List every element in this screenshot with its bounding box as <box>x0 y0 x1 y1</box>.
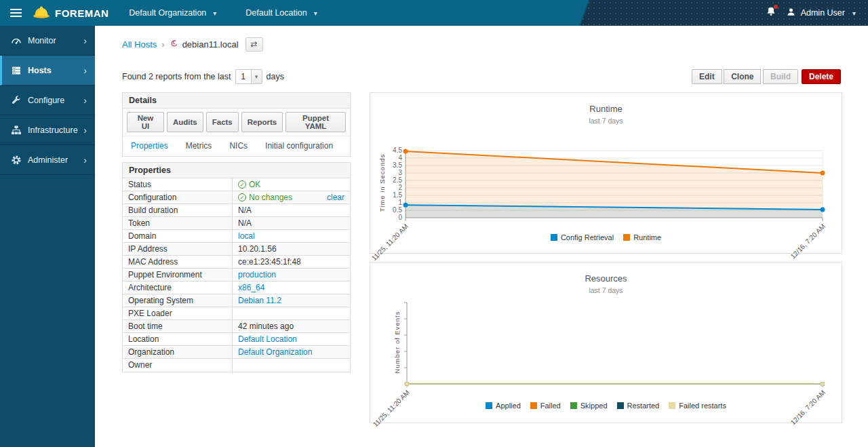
host-name: debian11.local <box>182 39 239 50</box>
breadcrumb-current-host: debian11.local <box>170 39 239 50</box>
table-row: Puppet Environmentproduction <box>123 269 350 281</box>
location-selector[interactable]: Default Location ▾ <box>245 8 359 18</box>
days-select[interactable]: 1 ▾ <box>235 69 262 84</box>
property-label: Operating System <box>123 294 233 307</box>
days-text: days <box>267 72 284 81</box>
edit-button[interactable]: Edit <box>692 69 722 84</box>
sidebar-item-configure[interactable]: Configure› <box>0 85 95 115</box>
legend-label: Restarted <box>627 402 660 410</box>
breadcrumb-all-hosts-link[interactable]: All Hosts <box>122 39 157 50</box>
property-value <box>233 359 350 372</box>
svg-text:0: 0 <box>398 214 402 221</box>
sidebar-item-administer[interactable]: Administer› <box>0 145 95 175</box>
value-text: N/A <box>238 206 252 215</box>
property-label: Owner <box>123 359 233 372</box>
tab-nics[interactable]: NICs <box>229 141 248 151</box>
host-switcher-icon[interactable]: ⇄ <box>245 37 263 52</box>
organization-link[interactable]: Default Organization <box>238 347 312 357</box>
new-ui-button[interactable]: New UI <box>127 112 164 132</box>
puppet-yaml-button[interactable]: Puppet YAML <box>285 112 346 132</box>
legend-swatch <box>530 402 537 409</box>
user-menu[interactable]: Admin User ▾ <box>786 7 856 19</box>
table-row: Domainlocal <box>123 230 350 243</box>
days-select-value: 1 <box>236 70 251 83</box>
bell-icon <box>766 7 776 19</box>
svg-text:2.5: 2.5 <box>393 176 402 184</box>
tab-properties[interactable]: Properties <box>131 141 168 151</box>
clone-button[interactable]: Clone <box>724 69 761 84</box>
property-label: Architecture <box>123 281 233 294</box>
property-value <box>233 307 350 319</box>
ok-check-icon: ✓ <box>238 180 246 189</box>
user-name: Admin User <box>801 8 845 18</box>
organization-selector-label: Default Organization <box>129 8 206 18</box>
hamburger-icon[interactable] <box>0 9 27 17</box>
svg-text:2: 2 <box>398 184 402 191</box>
svg-text:3: 3 <box>398 169 402 176</box>
property-label: IP Address <box>123 243 233 255</box>
table-row: TokenN/A <box>123 217 350 230</box>
status-text: OK <box>249 180 260 189</box>
svg-text:0.5: 0.5 <box>393 206 402 214</box>
property-label: Configuration <box>123 191 233 203</box>
property-value: N/A <box>233 217 350 229</box>
location-link[interactable]: Default Location <box>238 334 297 344</box>
property-label: Domain <box>123 230 233 242</box>
legend-item-config-retrieval[interactable]: Config Retrieval <box>551 233 614 241</box>
chevron-right-icon: › <box>83 95 87 106</box>
chevron-right-icon: › <box>83 65 87 76</box>
legend-swatch <box>669 402 675 409</box>
chevron-right-icon: › <box>83 35 87 46</box>
sidebar-item-infrastructure[interactable]: Infrastructure› <box>0 115 95 145</box>
organization-selector[interactable]: Default Organization ▾ <box>129 8 245 18</box>
legend-item-restarted[interactable]: Restarted <box>617 402 660 410</box>
property-label: Build duration <box>123 204 233 216</box>
sidebar-item-hosts[interactable]: Hosts› <box>0 56 95 85</box>
property-label: PXE Loader <box>123 307 233 319</box>
reports-button[interactable]: Reports <box>241 112 283 132</box>
legend-item-failed-restarts[interactable]: Failed restarts <box>669 402 726 410</box>
facts-button[interactable]: Facts <box>206 112 239 132</box>
sidebar-item-monitor[interactable]: Monitor› <box>0 26 95 56</box>
chevron-right-icon: › <box>83 155 87 166</box>
foreman-brand[interactable]: FOREMAN <box>33 5 108 21</box>
puppet-environment-link[interactable]: production <box>238 270 276 279</box>
host-actions: Edit Clone Build Delete <box>692 69 841 84</box>
clear-link[interactable]: clear <box>327 193 344 202</box>
build-button: Build <box>763 69 798 84</box>
caret-down-icon: ▾ <box>251 70 262 83</box>
operating-system-link[interactable]: Debian 11.2 <box>238 296 281 305</box>
caret-down-icon: ▾ <box>314 9 317 17</box>
details-panel-title: Details <box>123 93 350 109</box>
chevron-right-icon: › <box>83 125 87 136</box>
delete-button[interactable]: Delete <box>802 69 841 84</box>
tab-initial-configuration[interactable]: Initial configuration <box>265 141 333 151</box>
svg-text:1: 1 <box>398 199 402 206</box>
legend-swatch <box>623 234 630 241</box>
legend-item-applied[interactable]: Applied <box>486 402 521 410</box>
property-value: N/A <box>233 204 350 216</box>
audits-button[interactable]: Audits <box>167 112 203 132</box>
architecture-link[interactable]: x86_64 <box>238 283 264 292</box>
debian-icon <box>170 39 179 50</box>
property-value: ✓No changesclear <box>233 191 350 203</box>
table-row: Operating SystemDebian 11.2 <box>123 294 350 307</box>
property-value: production <box>233 269 350 281</box>
notifications-button[interactable] <box>766 6 776 20</box>
legend-item-failed[interactable]: Failed <box>530 402 561 410</box>
caret-down-icon: ▾ <box>213 9 216 17</box>
chart-legend: AppliedFailedSkippedRestartedFailed rest… <box>370 402 842 410</box>
sitemap-icon <box>11 125 22 136</box>
table-row: IP Address10.20.1.56 <box>123 243 350 256</box>
details-buttons: New UIAuditsFactsReportsPuppet YAML <box>123 109 350 136</box>
legend-item-skipped[interactable]: Skipped <box>570 402 608 410</box>
legend-item-runtime[interactable]: Runtime <box>623 233 661 241</box>
property-value: 10.20.1.56 <box>233 243 350 255</box>
property-value: Default Location <box>233 333 350 345</box>
tab-metrics[interactable]: Metrics <box>186 141 212 151</box>
property-label: Location <box>123 333 233 345</box>
chart-plot <box>370 263 843 424</box>
legend-swatch <box>486 402 492 409</box>
domain-link[interactable]: local <box>238 231 255 241</box>
runtime-chart-panel: Runtimelast 7 daysTime in Seconds00.511.… <box>370 92 842 254</box>
